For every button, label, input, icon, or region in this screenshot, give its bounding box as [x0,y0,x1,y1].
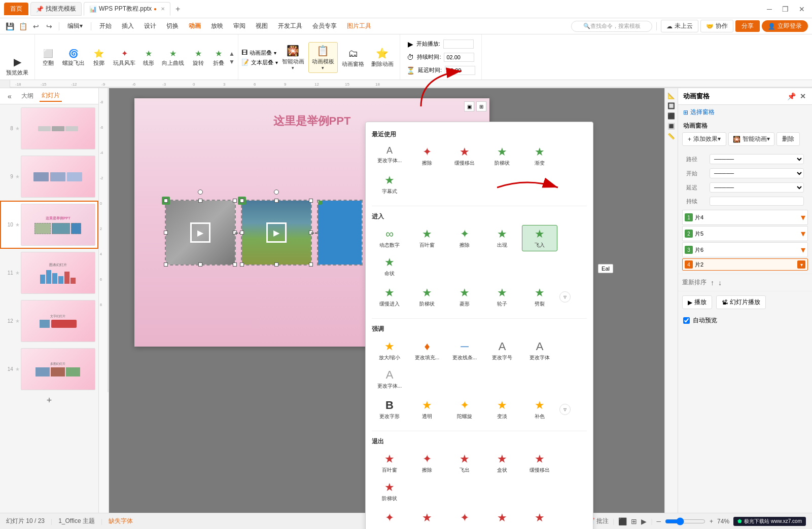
enter-item-3[interactable]: ★ 出现 [484,225,520,251]
missing-font[interactable]: 缺失字体 [109,517,133,525]
enter-item-9[interactable]: ★ 轮子 [484,284,520,310]
close-button[interactable]: ✕ [796,4,808,14]
add-slide-btn[interactable]: + [0,393,98,408]
smart-anim-btn[interactable]: 🎇 智能动画▾ [728,132,774,146]
ribbon-scroll-down[interactable]: ▼ [229,58,235,65]
reorder-up-btn[interactable]: ↑ [711,279,714,287]
enter-item-7[interactable]: ★ 阶梯状 [409,284,445,310]
collab-btn[interactable]: 🤝 协作 [700,20,733,32]
minimize-button[interactable]: ─ [764,4,775,14]
preview-effect-btn[interactable]: ▶ 预览效果 [3,54,31,79]
emphasis-item-6[interactable]: B 更改字形 [372,396,407,423]
animation-layer-btn[interactable]: 🎞 动画层叠 ▾ [241,49,278,57]
search-btn[interactable]: 🔍 查找命令，搜索模板 [571,21,652,32]
menu-animation[interactable]: 动画 [185,20,205,32]
canvas-ctrl-2[interactable]: ⊞ [476,101,486,111]
menu-design[interactable]: 设计 [140,20,160,32]
add-tab-button[interactable]: + [172,5,183,14]
view-tool-4[interactable]: 🔳 [667,123,675,130]
close-panel-icon[interactable]: ✕ [799,91,807,101]
menu-slideshow[interactable]: 放映 [207,20,227,32]
emphasis-item-0[interactable]: ★ 放大/缩小 [372,337,407,364]
handle2-br[interactable] [309,262,313,267]
handle2-b[interactable] [274,262,278,267]
emphasis-item-2[interactable]: ─ 更改线条... [447,337,482,364]
handle-b[interactable] [198,262,202,267]
view-reading-btn[interactable]: ⊞ [631,517,637,525]
slide-item-10[interactable]: 10 ★ 这里是举例PPT [0,201,98,249]
exit-more-3[interactable]: ✦ [447,509,482,528]
animation-template-btn[interactable]: 📋 动画模板 ▾ [308,42,338,73]
slide-item-12[interactable]: 12 ★ 文字幻灯片 [0,297,98,345]
play-btn[interactable]: ▶ 播放 [682,295,712,309]
delay-input[interactable] [445,66,475,75]
menu-edit[interactable]: 编辑▾ [63,20,87,32]
exit-more-4[interactable]: ★ [484,509,520,528]
home-tab[interactable]: 首页 [4,3,28,15]
exit-item-3[interactable]: ★ 盒状 [484,450,520,476]
slide-item-14[interactable]: 14 ★ 多图幻灯片 [0,345,98,393]
zoom-slider[interactable] [665,517,705,525]
doc-tab-2[interactable]: 📊 WPS PPT教程.pptx ● ✕ [84,2,170,16]
delete-anim-btn[interactable]: 删除 [776,132,800,146]
emphasis-item-9[interactable]: ★ 变淡 [484,396,520,423]
quick-undo-btn[interactable]: ↩ [30,21,42,32]
exit-item-1[interactable]: ✦ 擦除 [409,450,445,476]
emphasis-item-8[interactable]: ✦ 陀螺旋 [447,396,482,423]
view-tool-5[interactable]: 📏 [667,133,675,140]
anim-item-4-dropdown[interactable]: ▾ [797,260,805,269]
select-pane-link[interactable]: ⊞ 选择窗格 [678,105,812,120]
ribbon-scroll-up[interactable]: ▲ [229,50,235,57]
menu-picture-tools[interactable]: 图片工具 [343,20,375,32]
emphasis-item-3[interactable]: A 更改字号 [484,337,520,364]
animation-style-btn[interactable]: 🗂 动画窗格 [339,46,367,70]
slide-item-11[interactable]: 11 ★ 图表幻灯片 [0,249,98,297]
duration-input[interactable] [444,53,474,62]
view-tool-3[interactable]: ⬛ [667,112,675,120]
recent-item-5[interactable]: ★ 字幕式 [372,171,407,198]
handle-t[interactable] [198,199,202,203]
slide-item-9[interactable]: 9 ★ [0,153,98,201]
enter-item-5[interactable]: ★ 命状 [372,253,407,280]
anim-blank-btn[interactable]: ⬜ 空翻 [38,47,58,69]
view-normal-btn[interactable]: ⬛ [618,517,627,525]
emphasis-expand-btn[interactable]: ▿ [559,404,571,415]
zoom-in-btn[interactable]: + [710,518,713,525]
enter-item-10[interactable]: ★ 劈裂 [522,284,557,310]
share-btn[interactable]: 分享 [735,20,760,32]
restore-button[interactable]: ❐ [779,4,792,14]
enter-item-4[interactable]: ★ 飞入 [522,225,557,251]
emphasis-item-5[interactable]: A 更改字体... [372,366,407,392]
handle2-tr[interactable] [309,199,313,203]
duration-timing-input[interactable] [710,197,804,206]
anim-item-3[interactable]: 3 片6 ▾ [682,242,808,257]
collapse-panel-btn[interactable]: « [4,91,15,102]
quick-redo-btn[interactable]: ↪ [44,21,55,32]
anim-line-btn[interactable]: ★ 线形 [139,47,158,69]
delay-select[interactable]: ───── [710,182,804,193]
recent-item-3[interactable]: ★ 阶梯状 [484,143,520,169]
anim-curve-btn[interactable]: ★ 向上曲线 [159,47,187,69]
doc-tab-2-close[interactable]: ✕ [161,6,165,12]
recent-item-1[interactable]: ✦ 擦除 [409,143,445,169]
cloud-save-btn[interactable]: ☁ 未上云 [661,20,698,32]
login-btn[interactable]: 👤 立即登录 [762,20,808,32]
remove-animation-btn[interactable]: ⭐ 删除动画 [368,45,397,70]
zoom-level[interactable]: 74% [717,518,729,525]
emphasis-item-10[interactable]: ★ 补色 [522,396,557,423]
slideshow-btn[interactable]: 📽 幻灯片播放 [716,295,766,309]
handle-tl[interactable] [164,199,168,203]
slide-tab[interactable]: 幻灯片 [40,90,62,102]
zoom-out-btn[interactable]: ─ [657,518,661,525]
menu-review[interactable]: 审阅 [229,20,250,32]
view-slideshow-btn[interactable]: ▶ [641,517,647,525]
recent-item-4[interactable]: ★ 渐变 [522,143,557,169]
recent-item-0[interactable]: A 更改字体... [372,143,407,169]
handle2-tl[interactable] [240,199,244,203]
reorder-down-btn[interactable]: ↓ [718,279,722,287]
anim-item-4[interactable]: 4 片2 ▾ [682,258,808,271]
menu-switch[interactable]: 切换 [162,20,183,32]
anim-spiral-btn[interactable]: 🌀 螺旋飞出 [59,47,88,69]
canvas-ctrl-1[interactable]: ▣ [464,101,474,111]
quick-copy-btn[interactable]: 📋 [17,21,28,32]
